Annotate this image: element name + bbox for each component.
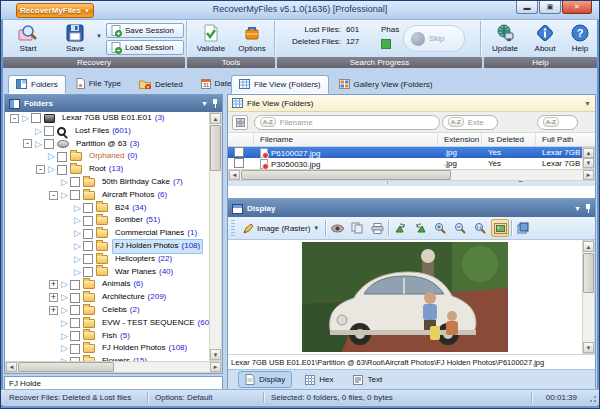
minimize-button[interactable]: ▬ xyxy=(516,1,538,14)
expand-toggle-icon[interactable]: + xyxy=(49,293,58,302)
start-button[interactable]: Start xyxy=(6,21,50,55)
skip-button[interactable]: Skip xyxy=(403,25,465,52)
tab-deleted[interactable]: Deleted xyxy=(131,75,191,94)
file-checkbox[interactable] xyxy=(234,147,244,157)
update-button[interactable]: Update xyxy=(485,21,525,55)
save-dropdown-arrow[interactable]: ▼ xyxy=(96,33,102,39)
expand-toggle-icon[interactable]: + xyxy=(49,280,58,289)
panel-menu-icon[interactable]: ▼ xyxy=(201,100,208,107)
pin-icon[interactable] xyxy=(585,204,591,213)
pin-icon[interactable] xyxy=(212,99,218,108)
col-filename[interactable]: Filename xyxy=(254,133,438,146)
tab-file-view[interactable]: File View (Folders) xyxy=(231,75,329,94)
filter-row: A-Z Filename A-Z Exte A-Z xyxy=(228,112,595,133)
filename-filter-input[interactable]: A-Z Filename xyxy=(254,115,440,130)
tree-item[interactable]: ▷B24(34) xyxy=(5,202,209,215)
tree-item-count: (6) xyxy=(157,189,167,202)
tree-checkbox[interactable] xyxy=(83,267,93,277)
close-button[interactable]: ✕ xyxy=(562,1,592,14)
toolbar-grip[interactable] xyxy=(231,220,235,236)
tree-item[interactable]: ▷Helicopters(22) xyxy=(5,253,209,266)
tree-checkbox[interactable] xyxy=(44,126,54,136)
print-icon[interactable] xyxy=(368,219,386,237)
fit-to-window-icon[interactable] xyxy=(491,219,509,237)
search-counters: Lost Files: 601 Deleted Files: 127 xyxy=(292,25,359,46)
tree-item[interactable]: -▷Aircraft Photos(6) xyxy=(5,189,209,202)
tree-checkbox[interactable] xyxy=(57,152,67,162)
fullpath-filter-input[interactable]: A-Z xyxy=(537,115,578,130)
file-row[interactable]: P6100027.jpg.jpgYesLexar 7GB xyxy=(228,147,595,158)
save-button[interactable]: Save xyxy=(55,21,95,55)
options-status: Options: Default xyxy=(155,393,212,402)
copy-icon[interactable] xyxy=(348,219,366,237)
rotate-left-icon[interactable] xyxy=(391,219,409,237)
photo-preview[interactable] xyxy=(302,242,508,352)
file-view-header: File View (Folders) ▼ xyxy=(228,95,595,112)
tree-vscrollbar[interactable]: ▲ ▼ xyxy=(209,112,222,361)
tree-checkbox[interactable] xyxy=(83,254,93,264)
goto-arrow-icon: ▷ xyxy=(74,214,81,227)
options-button[interactable]: Options xyxy=(233,21,271,55)
tab-gallery-view[interactable]: Gallery View (Folders) xyxy=(331,75,441,94)
tab-display[interactable]: Display xyxy=(238,371,292,388)
file-row[interactable]: P3050030.jpg.jpgYesLexar 7GB xyxy=(228,158,595,169)
list-vscrollbar[interactable]: ▲ ▼ xyxy=(582,147,595,169)
tree-checkbox[interactable] xyxy=(83,229,93,239)
partition-icon xyxy=(57,140,69,148)
load-session-button[interactable]: Load Session xyxy=(106,40,184,55)
save-floppy-icon xyxy=(66,24,84,42)
expand-toggle-icon[interactable]: - xyxy=(23,139,32,148)
col-full-path[interactable]: Full Path xyxy=(536,133,580,146)
tree-checkbox[interactable] xyxy=(83,216,93,226)
tab-folders[interactable]: Folders xyxy=(8,75,66,94)
col-extension[interactable]: Extension xyxy=(438,133,482,146)
field-chooser-button[interactable] xyxy=(232,115,248,130)
about-button[interactable]: About xyxy=(527,21,563,55)
panel-menu-icon[interactable]: ▼ xyxy=(574,205,581,212)
checkbox-column-header[interactable] xyxy=(228,133,254,146)
tree-item-count: (60 xyxy=(198,317,209,330)
expand-toggle-icon[interactable]: - xyxy=(36,165,45,174)
col-is-deleted[interactable]: Is Deleted xyxy=(482,133,536,146)
tree-checkbox[interactable] xyxy=(57,165,67,175)
tree-hscrollbar[interactable]: ◄ ► xyxy=(5,361,222,373)
resize-grip[interactable] xyxy=(588,394,597,403)
validate-button[interactable]: Validate xyxy=(190,21,232,55)
help-button[interactable]: ? Help xyxy=(564,21,596,55)
tree-checkbox[interactable] xyxy=(70,344,80,354)
tree-item[interactable]: ▷FJ Holden Photos(108) xyxy=(5,240,209,253)
tree-checkbox[interactable] xyxy=(70,305,80,315)
expand-toggle-icon[interactable]: - xyxy=(10,114,19,123)
extension-filter-input[interactable]: A-Z Exte xyxy=(442,115,498,130)
list-hscrollbar[interactable]: ◄ ► xyxy=(228,169,595,181)
tree-checkbox[interactable] xyxy=(70,293,80,303)
file-checkbox[interactable] xyxy=(234,158,244,168)
panel-menu-icon[interactable]: ▼ xyxy=(584,100,591,107)
tree-checkbox[interactable] xyxy=(70,280,80,290)
expand-toggle-icon[interactable]: - xyxy=(49,191,58,200)
save-session-button[interactable]: Save Session xyxy=(106,23,184,38)
tree-checkbox[interactable] xyxy=(70,318,80,328)
image-mode-dropdown[interactable]: Image (Raster) ▼ xyxy=(239,222,323,235)
tree-checkbox[interactable] xyxy=(70,331,80,341)
zoom-in-icon[interactable] xyxy=(431,219,449,237)
zoom-actual-size-icon[interactable]: 1:1 xyxy=(471,219,489,237)
tree-checkbox[interactable] xyxy=(83,241,93,251)
image-preview-area: ▲ ▼ xyxy=(228,240,595,354)
zoom-out-icon[interactable] xyxy=(451,219,469,237)
date-tab-icon: 31 xyxy=(201,78,211,89)
tree-checkbox[interactable] xyxy=(83,203,93,213)
tab-text[interactable]: Text xyxy=(346,372,389,388)
tab-file-type[interactable]: a File Type xyxy=(68,74,129,94)
tree-checkbox[interactable] xyxy=(31,113,41,123)
tree-checkbox[interactable] xyxy=(44,139,54,149)
float-panel-icon[interactable] xyxy=(514,219,532,237)
tab-hex[interactable]: Hex xyxy=(298,372,340,388)
tree-checkbox[interactable] xyxy=(70,177,80,187)
tree-checkbox[interactable] xyxy=(70,190,80,200)
maximize-button[interactable]: ▣ xyxy=(539,1,561,14)
preview-vscrollbar[interactable]: ▲ ▼ xyxy=(582,240,595,354)
view-eye-icon[interactable] xyxy=(328,219,346,237)
rotate-right-icon[interactable] xyxy=(411,219,429,237)
expand-toggle-icon[interactable]: + xyxy=(49,306,58,315)
